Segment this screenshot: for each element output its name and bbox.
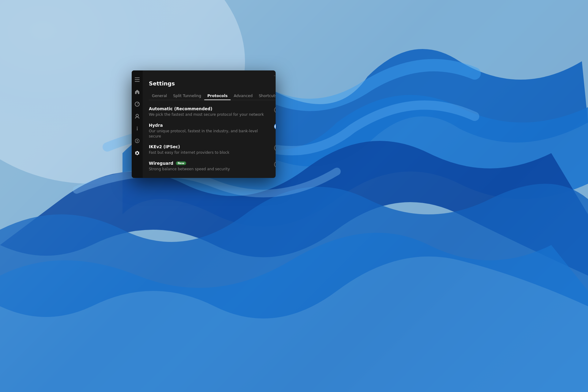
protocol-item-ikev2[interactable]: IKEv2 (IPSec) Fast but easy for internet…: [149, 144, 276, 155]
protocol-desc-automatic: We pick the fastest and most secure prot…: [149, 112, 270, 117]
radio-automatic[interactable]: [274, 107, 276, 113]
tabs-container: General Split Tunneling Protocols Advanc…: [149, 92, 276, 100]
protocol-info-ikev2: IKEv2 (IPSec) Fast but easy for internet…: [149, 144, 270, 155]
protocol-list: Automatic (Recommended) We pick the fast…: [149, 106, 276, 172]
svg-text:?: ?: [136, 140, 138, 143]
radio-wireguard[interactable]: [274, 161, 276, 168]
protocol-desc-hydra: Our unique protocol, fastest in the indu…: [149, 129, 270, 139]
protocol-name-automatic: Automatic (Recommended): [149, 106, 270, 111]
sidebar: ?: [132, 70, 143, 178]
tab-protocols[interactable]: Protocols: [204, 92, 231, 100]
protocol-item-hydra[interactable]: Hydra Our unique protocol, fastest in th…: [149, 123, 276, 139]
protocol-name-wireguard: Wireguard New: [149, 161, 270, 166]
protocol-desc-wireguard: Strong balance between speed and securit…: [149, 167, 270, 172]
sidebar-icon-speed[interactable]: [132, 99, 143, 110]
svg-rect-2: [135, 77, 140, 78]
radio-hydra[interactable]: [274, 123, 276, 130]
minimize-button[interactable]: –: [273, 74, 276, 77]
tab-general[interactable]: General: [149, 92, 170, 100]
protocol-item-automatic[interactable]: Automatic (Recommended) We pick the fast…: [149, 106, 276, 117]
protocol-name-hydra: Hydra: [149, 123, 270, 128]
settings-title: Settings: [149, 80, 276, 87]
main-content: – ✕ Settings General Split Tunneling Pro…: [143, 70, 276, 178]
sidebar-icon-home[interactable]: [132, 86, 143, 97]
sidebar-icon-help[interactable]: ?: [132, 135, 143, 146]
protocol-name-ikev2: IKEv2 (IPSec): [149, 144, 270, 149]
sidebar-icon-settings[interactable]: [132, 148, 143, 159]
sidebar-icon-info[interactable]: [132, 123, 143, 134]
tab-advanced[interactable]: Advanced: [231, 92, 256, 100]
protocol-item-wireguard[interactable]: Wireguard New Strong balance between spe…: [149, 161, 276, 172]
protocol-info-automatic: Automatic (Recommended) We pick the fast…: [149, 106, 270, 117]
sidebar-icon-menu[interactable]: [132, 74, 143, 85]
svg-point-7: [137, 127, 138, 128]
svg-point-6: [136, 114, 138, 117]
desktop-background: [0, 0, 588, 392]
wallpaper-waves: [0, 0, 588, 392]
sidebar-icon-profile[interactable]: [132, 111, 143, 122]
protocol-info-wireguard: Wireguard New Strong balance between spe…: [149, 161, 270, 172]
new-badge: New: [176, 161, 186, 165]
app-window: ? – ✕ Settings General Split Tunneling P…: [132, 70, 276, 178]
tab-shortcuts[interactable]: Shortcuts: [256, 92, 276, 100]
settings-body: Settings General Split Tunneling Protoco…: [143, 80, 276, 178]
svg-rect-3: [135, 79, 140, 80]
svg-rect-4: [135, 81, 140, 82]
tab-split-tunneling[interactable]: Split Tunneling: [170, 92, 204, 100]
svg-rect-8: [137, 128, 138, 130]
protocol-desc-ikev2: Fast but easy for internet providers to …: [149, 150, 270, 155]
radio-ikev2[interactable]: [274, 145, 276, 151]
protocol-info-hydra: Hydra Our unique protocol, fastest in th…: [149, 123, 270, 139]
title-bar: – ✕: [143, 70, 276, 80]
